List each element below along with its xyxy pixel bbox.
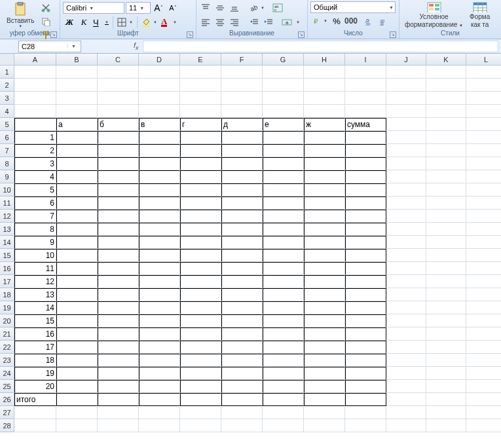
percent-style-button[interactable]: % — [330, 14, 343, 28]
cell-E7[interactable] — [180, 144, 221, 157]
cell-D10[interactable] — [139, 183, 180, 196]
cell-E5[interactable]: г — [180, 118, 221, 131]
cell-G18[interactable] — [263, 288, 304, 301]
row-header-22[interactable]: 22 — [0, 341, 14, 354]
cell-G16[interactable] — [263, 262, 304, 275]
cell-D12[interactable] — [139, 210, 180, 223]
accounting-format-button[interactable]: ₽▼ — [310, 14, 329, 28]
wrap-text-button[interactable]: abc — [271, 1, 284, 14]
cell-K7[interactable] — [426, 144, 466, 157]
cell-D4[interactable] — [139, 105, 180, 118]
cell-E27[interactable] — [180, 406, 221, 419]
cell-C16[interactable] — [98, 262, 139, 275]
cell-C14[interactable] — [98, 236, 139, 249]
cell-G24[interactable] — [263, 367, 304, 380]
cell-A3[interactable] — [14, 92, 56, 105]
cell-B28[interactable] — [56, 419, 98, 432]
cell-J17[interactable] — [386, 275, 426, 288]
decrease-indent-button[interactable] — [248, 16, 261, 29]
cell-K14[interactable] — [426, 236, 466, 249]
cell-H20[interactable] — [304, 314, 345, 327]
cell-J3[interactable] — [386, 92, 426, 105]
cell-E2[interactable] — [180, 79, 221, 92]
insert-function-button[interactable]: fx — [134, 41, 139, 51]
cell-J18[interactable] — [386, 288, 426, 301]
cell-F9[interactable] — [221, 170, 263, 183]
cell-G22[interactable] — [263, 341, 304, 354]
cell-K17[interactable] — [426, 275, 466, 288]
cell-E22[interactable] — [180, 341, 221, 354]
number-dialog-launcher[interactable]: ↘ — [390, 31, 396, 38]
cell-B16[interactable] — [56, 262, 98, 275]
cell-D16[interactable] — [139, 262, 180, 275]
cell-H8[interactable] — [304, 157, 345, 170]
cell-J20[interactable] — [386, 314, 426, 327]
cell-G28[interactable] — [263, 419, 304, 432]
cell-K18[interactable] — [426, 288, 466, 301]
select-all-corner[interactable] — [0, 54, 14, 65]
cell-L15[interactable] — [466, 249, 501, 262]
cell-K20[interactable] — [426, 314, 466, 327]
cell-E12[interactable] — [180, 210, 221, 223]
cell-J10[interactable] — [386, 183, 426, 196]
cell-F10[interactable] — [221, 183, 263, 196]
cell-J9[interactable] — [386, 170, 426, 183]
row-header-14[interactable]: 14 — [0, 236, 14, 249]
cell-A17[interactable]: 12 — [14, 275, 56, 288]
cell-G11[interactable] — [263, 196, 304, 210]
cell-I8[interactable] — [345, 157, 386, 170]
cell-J24[interactable] — [386, 367, 426, 380]
cell-I12[interactable] — [345, 210, 386, 223]
cell-A6[interactable]: 1 — [14, 131, 56, 144]
cell-C10[interactable] — [98, 183, 139, 196]
row-header-13[interactable]: 13 — [0, 223, 14, 236]
cell-L25[interactable] — [466, 380, 501, 393]
cell-H11[interactable] — [304, 196, 345, 210]
cell-A28[interactable] — [14, 419, 56, 432]
cell-I15[interactable] — [345, 249, 386, 262]
cell-B15[interactable] — [56, 249, 98, 262]
cell-F28[interactable] — [221, 419, 263, 432]
cell-J2[interactable] — [386, 79, 426, 92]
row-header-2[interactable]: 2 — [0, 79, 14, 92]
cell-J4[interactable] — [386, 105, 426, 118]
cell-K8[interactable] — [426, 157, 466, 170]
cell-D25[interactable] — [139, 380, 180, 393]
align-top-button[interactable] — [199, 1, 212, 14]
cell-E16[interactable] — [180, 262, 221, 275]
cell-K9[interactable] — [426, 170, 466, 183]
font-dialog-launcher[interactable]: ↘ — [187, 31, 193, 38]
cell-L14[interactable] — [466, 236, 501, 249]
cell-H21[interactable] — [304, 327, 345, 341]
cell-E10[interactable] — [180, 183, 221, 196]
cell-F5[interactable]: д — [221, 118, 263, 131]
cell-B3[interactable] — [56, 92, 98, 105]
cell-F22[interactable] — [221, 341, 263, 354]
conditional-formatting-button[interactable]: Условное форматирование ▼ — [402, 1, 466, 29]
cell-G19[interactable] — [263, 301, 304, 314]
cell-H3[interactable] — [304, 92, 345, 105]
cell-L16[interactable] — [466, 262, 501, 275]
cell-C28[interactable] — [98, 419, 139, 432]
cell-D28[interactable] — [139, 419, 180, 432]
cell-E1[interactable] — [180, 65, 221, 79]
cell-C11[interactable] — [98, 196, 139, 210]
cell-L1[interactable] — [466, 65, 501, 79]
cell-A5[interactable] — [14, 118, 56, 131]
cell-C15[interactable] — [98, 249, 139, 262]
cell-F1[interactable] — [221, 65, 263, 79]
font-name-combo[interactable]: Calibri▼ — [63, 2, 124, 14]
cell-D2[interactable] — [139, 79, 180, 92]
cell-F25[interactable] — [221, 380, 263, 393]
cell-I7[interactable] — [345, 144, 386, 157]
cell-C7[interactable] — [98, 144, 139, 157]
cell-B20[interactable] — [56, 314, 98, 327]
cell-G12[interactable] — [263, 210, 304, 223]
cell-I24[interactable] — [345, 367, 386, 380]
cell-D20[interactable] — [139, 314, 180, 327]
cell-J21[interactable] — [386, 327, 426, 341]
cell-F8[interactable] — [221, 157, 263, 170]
cell-H2[interactable] — [304, 79, 345, 92]
cell-B5[interactable]: а — [56, 118, 98, 131]
cell-I9[interactable] — [345, 170, 386, 183]
